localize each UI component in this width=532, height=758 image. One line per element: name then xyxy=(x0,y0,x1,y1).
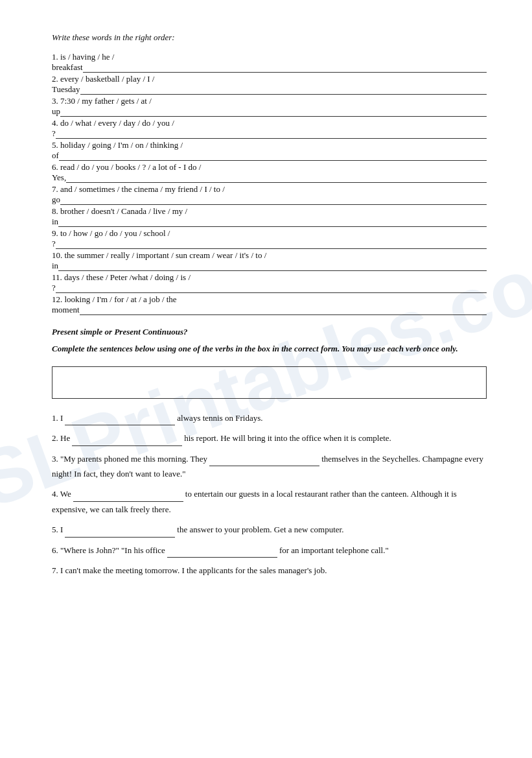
prompt-line2: breakfast xyxy=(52,62,83,73)
fill-blank[interactable] xyxy=(73,501,183,502)
prompt-line2: ? xyxy=(52,283,56,293)
answer-line xyxy=(80,314,487,315)
prompt-line1: 6. read / do / you / books / ? / a lot o… xyxy=(52,162,487,172)
fill-blank[interactable] xyxy=(65,537,175,538)
fill-item-5: 5. Ithe answer to your problem. Get a ne… xyxy=(52,522,487,537)
fill-blank[interactable] xyxy=(167,557,277,558)
answer-line xyxy=(60,116,487,117)
fill-text-before: 6. "Where is John?" "In his office xyxy=(52,545,165,555)
prompt-line1: 7. and / sometimes / the cinema / my fri… xyxy=(52,184,487,195)
prompt-line1: 2. every / basketball / play / I / xyxy=(52,74,487,84)
prompt-line1: 11. days / these / Peter /what / doing /… xyxy=(52,272,487,283)
list-item: 9. to / how / go / do / you / school / ? xyxy=(52,228,487,249)
list-item: 2. every / basketball / play / I / Tuesd… xyxy=(52,74,487,95)
answer-line xyxy=(83,72,487,73)
list-item: 3. 7:30 / my father / gets / at / up xyxy=(52,96,487,117)
answer-line xyxy=(66,182,487,183)
fill-text-after: always tennis on Fridays. xyxy=(177,413,262,423)
answer-line xyxy=(56,248,487,249)
list-item: 6. read / do / you / books / ? / a lot o… xyxy=(52,162,487,183)
prompt-line2: in xyxy=(52,261,58,271)
list-item: 5. holiday / going / I'm / on / thinking… xyxy=(52,140,487,161)
fill-text-after: the answer to your problem. Get a new co… xyxy=(177,525,343,534)
prompt-line2: Tuesday xyxy=(52,84,80,95)
fill-item-6: 6. "Where is John?" "In his officefor an… xyxy=(52,543,487,558)
prompt-line1: 3. 7:30 / my father / gets / at / xyxy=(52,96,487,106)
section1-instruction: Write these words in the right order: xyxy=(52,32,487,43)
fill-text-before: 5. I xyxy=(52,525,63,534)
fill-text-before: 4. We xyxy=(52,489,71,499)
fill-item-3: 3. "My parents phoned me this morning. T… xyxy=(52,451,487,482)
list-item: 12. looking / I'm / for / at / a job / t… xyxy=(52,294,487,315)
fill-text-after: for an important telephone call." xyxy=(279,545,389,555)
answer-line xyxy=(59,160,487,161)
section2-title: Present simple or Present Continuous? xyxy=(52,327,487,337)
list-item: 11. days / these / Peter /what / doing /… xyxy=(52,272,487,293)
prompt-line2: ? xyxy=(52,239,56,249)
list-item: 4. do / what / every / day / do / you / … xyxy=(52,118,487,139)
fill-item-2: 2. Hehis report. He will bring it into t… xyxy=(52,431,487,445)
fill-item-4: 4. Weto entertain our guests in a local … xyxy=(52,486,487,517)
answer-line xyxy=(56,292,487,293)
answer-line xyxy=(80,94,487,95)
answer-line xyxy=(58,226,487,227)
fill-text-after: his report. He will bring it into the of… xyxy=(184,433,391,443)
section2-instruction: Complete the sentences below using one o… xyxy=(52,342,487,356)
list-item: 7. and / sometimes / the cinema / my fri… xyxy=(52,184,487,205)
prompt-line1: 8. brother / doesn't / Canada / live / m… xyxy=(52,206,487,217)
verb-box xyxy=(52,366,487,399)
fill-item-1: 1. Ialways tennis on Fridays. xyxy=(52,410,487,425)
prompt-line2: Yes, xyxy=(52,172,66,183)
fill-text-before: 1. I xyxy=(52,413,63,423)
answer-line xyxy=(56,138,487,139)
fill-text-before: 2. He xyxy=(52,433,70,443)
fill-blank[interactable] xyxy=(209,466,319,466)
fill-text-before: 3. "My parents phoned me this morning. T… xyxy=(52,454,207,464)
prompt-line1: 9. to / how / go / do / you / school / xyxy=(52,228,487,239)
fill-blank[interactable] xyxy=(65,425,175,425)
prompt-line1: 5. holiday / going / I'm / on / thinking… xyxy=(52,140,487,150)
list-item: 8. brother / doesn't / Canada / live / m… xyxy=(52,206,487,227)
fill-text-after: to entertain our guests in a local resta… xyxy=(52,489,457,514)
prompt-line2: go xyxy=(52,195,60,205)
prompt-line1: 12. looking / I'm / for / at / a job / t… xyxy=(52,294,487,305)
prompt-line2: up xyxy=(52,106,60,117)
prompt-line1: 1. is / having / he / xyxy=(52,52,487,62)
list-item: 1. is / having / he / breakfast xyxy=(52,52,487,73)
answer-line xyxy=(58,270,487,271)
list-item: 10. the summer / really / important / su… xyxy=(52,250,487,271)
prompt-line2: ? xyxy=(52,128,56,139)
prompt-line1: 4. do / what / every / day / do / you / xyxy=(52,118,487,128)
fill-text-full: 7. I can't make the meeting tomorrow. I … xyxy=(52,565,327,575)
prompt-line2: of xyxy=(52,150,59,161)
prompt-line2: in xyxy=(52,217,58,227)
prompt-line1: 10. the summer / really / important / su… xyxy=(52,250,487,261)
prompt-line2: moment xyxy=(52,305,80,315)
answer-line xyxy=(60,204,487,205)
fill-blank[interactable] xyxy=(72,445,182,446)
fill-item-7: 7. I can't make the meeting tomorrow. I … xyxy=(52,563,487,578)
